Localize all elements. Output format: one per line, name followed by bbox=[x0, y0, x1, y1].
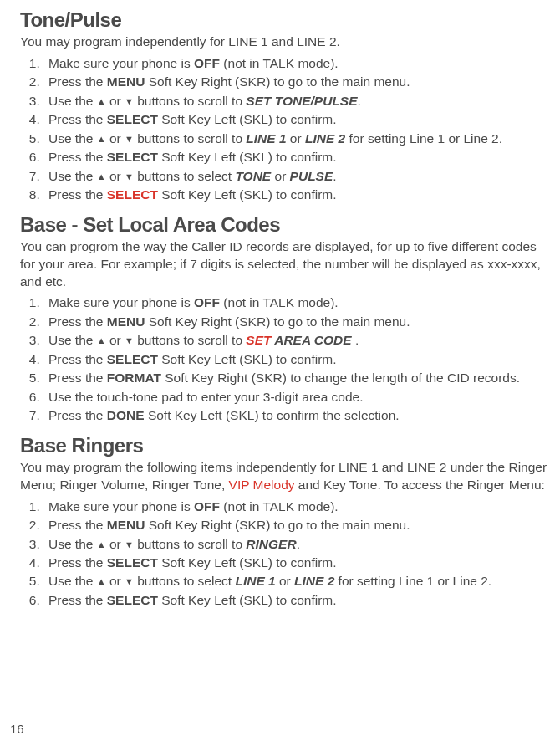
list-base-ringers: Make sure your phone is OFF (not in TALK… bbox=[20, 498, 552, 611]
arrow-up-icon: ▲ bbox=[97, 335, 106, 345]
intro-base-ringers: You may program the following items inde… bbox=[20, 459, 552, 494]
list-item: Use the ▲ or ▼ buttons to scroll to RING… bbox=[43, 535, 552, 554]
list-item: Press the MENU Soft Key Right (SKR) to g… bbox=[43, 313, 552, 331]
arrow-down-icon: ▼ bbox=[125, 539, 134, 549]
list-item: Press the MENU Soft Key Right (SKR) to g… bbox=[43, 73, 552, 91]
arrow-down-icon: ▼ bbox=[125, 171, 134, 181]
arrow-up-icon: ▲ bbox=[97, 96, 106, 106]
arrow-down-icon: ▼ bbox=[125, 134, 134, 144]
arrow-down-icon: ▼ bbox=[125, 96, 134, 106]
list-item: Press the SELECT Soft Key Left (SKL) to … bbox=[43, 554, 552, 572]
list-item: Press the SELECT Soft Key Left (SKL) to … bbox=[43, 148, 552, 166]
heading-area-codes: Base - Set Local Area Codes bbox=[20, 213, 552, 237]
arrow-down-icon: ▼ bbox=[125, 335, 134, 345]
list-item: Press the FORMAT Soft Key Right (SKR) to… bbox=[43, 369, 552, 387]
list-tone-pulse: Make sure your phone is OFF (not in TALK… bbox=[20, 54, 552, 205]
list-item: Use the ▲ or ▼ buttons to select TONE or… bbox=[43, 167, 552, 186]
list-item: Make sure your phone is OFF (not in TALK… bbox=[43, 498, 552, 516]
list-item: Press the SELECT Soft Key Left (SKL) to … bbox=[43, 186, 552, 204]
list-item: Press the MENU Soft Key Right (SKR) to g… bbox=[43, 516, 552, 534]
heading-tone-pulse: Tone/Pulse bbox=[20, 8, 552, 32]
arrow-up-icon: ▲ bbox=[97, 539, 106, 549]
list-item: Make sure your phone is OFF (not in TALK… bbox=[43, 294, 552, 312]
list-area-codes: Make sure your phone is OFF (not in TALK… bbox=[20, 294, 552, 425]
list-item: Press the SELECT Soft Key Left (SKL) to … bbox=[43, 591, 552, 610]
list-item: Press the SELECT Soft Key Left (SKL) to … bbox=[43, 110, 552, 129]
list-item: Use the ▲ or ▼ buttons to scroll to SET … bbox=[43, 92, 552, 110]
list-item: Use the ▲ or ▼ buttons to scroll to LINE… bbox=[43, 130, 552, 148]
list-item: Use the touch-tone pad to enter your 3-d… bbox=[43, 388, 552, 406]
document-page: Tone/Pulse You may program independently… bbox=[0, 0, 560, 626]
intro-tone-pulse: You may program independently for LINE 1… bbox=[20, 33, 552, 51]
heading-base-ringers: Base Ringers bbox=[20, 434, 552, 457]
intro-area-codes: You can progrom the way the Caller ID re… bbox=[20, 238, 552, 291]
arrow-up-icon: ▲ bbox=[97, 134, 106, 144]
arrow-up-icon: ▲ bbox=[97, 576, 106, 586]
list-item: Press the DONE Soft Key Left (SKL) to co… bbox=[43, 406, 552, 425]
list-item: Make sure your phone is OFF (not in TALK… bbox=[43, 54, 552, 73]
list-item: Use the ▲ or ▼ buttons to scroll to SET … bbox=[43, 331, 552, 350]
arrow-down-icon: ▼ bbox=[125, 576, 134, 586]
list-item: Press the SELECT Soft Key Left (SKL) to … bbox=[43, 350, 552, 369]
arrow-up-icon: ▲ bbox=[97, 171, 106, 181]
page-number: 16 bbox=[10, 722, 24, 736]
list-item: Use the ▲ or ▼ buttons to select LINE 1 … bbox=[43, 572, 552, 590]
